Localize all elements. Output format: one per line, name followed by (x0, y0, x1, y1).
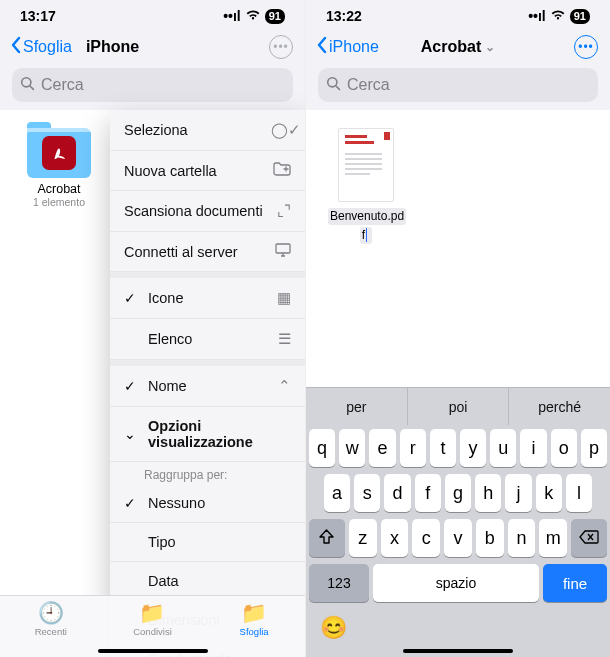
menu-opzioni-header[interactable]: ⌄Opzioni visualizzazione (110, 407, 305, 462)
key-j[interactable]: j (505, 474, 531, 512)
home-indicator[interactable] (98, 649, 208, 653)
menu-icone[interactable]: ✓Icone▦ (110, 278, 305, 319)
search-field[interactable]: Cerca (318, 68, 598, 102)
tab-recenti[interactable]: 🕘Recenti (11, 601, 91, 637)
more-button[interactable]: ••• (574, 35, 598, 59)
key-f[interactable]: f (415, 474, 441, 512)
key-d[interactable]: d (384, 474, 410, 512)
acrobat-icon (42, 136, 76, 170)
key-t[interactable]: t (430, 429, 456, 467)
menu-tipo[interactable]: Tipo (110, 523, 305, 562)
folder-icon: 📁 (214, 601, 294, 625)
menu-nuova-cartella[interactable]: Nuova cartella (110, 151, 305, 191)
folder-icon (27, 128, 91, 178)
key-c[interactable]: c (412, 519, 440, 557)
search-field[interactable]: Cerca (12, 68, 293, 102)
chevron-left-icon (316, 36, 327, 58)
check-icon: ✓ (124, 378, 140, 394)
key-a[interactable]: a (324, 474, 350, 512)
menu-scansiona[interactable]: Scansiona documenti⌞⌝ (110, 191, 305, 232)
tab-condivisi[interactable]: 📁Condivisi (112, 601, 192, 637)
prediction-bar: per poi perché (306, 387, 610, 425)
tab-bar: 🕘Recenti 📁Condivisi 📁Sfoglia (0, 595, 305, 657)
phone-right: 13:22 ••ıl 91 iPhone Acrobat⌄ ••• Cerca (305, 0, 610, 657)
nav-title[interactable]: Acrobat⌄ (421, 38, 495, 56)
key-k[interactable]: k (536, 474, 562, 512)
key-p[interactable]: p (581, 429, 607, 467)
new-folder-icon (271, 162, 291, 179)
key-return[interactable]: fine (543, 564, 607, 602)
svg-rect-1 (276, 244, 290, 253)
check-icon: ✓ (124, 290, 140, 306)
scan-icon: ⌞⌝ (271, 202, 291, 220)
key-r[interactable]: r (400, 429, 426, 467)
text-caret (366, 228, 370, 242)
more-button[interactable]: ••• (269, 35, 293, 59)
nav-bar: iPhone Acrobat⌄ ••• (306, 26, 610, 68)
key-q[interactable]: q (309, 429, 335, 467)
key-o[interactable]: o (551, 429, 577, 467)
tab-sfoglia[interactable]: 📁Sfoglia (214, 601, 294, 637)
search-icon (20, 76, 35, 95)
prediction-1[interactable]: per (306, 388, 408, 425)
list-icon: ☰ (271, 330, 291, 348)
status-indicators: ••ıl 91 (528, 8, 590, 24)
key-e[interactable]: e (369, 429, 395, 467)
file-name-editing-line2[interactable]: f (360, 227, 373, 244)
battery-icon: 91 (570, 9, 590, 24)
key-space[interactable]: spazio (373, 564, 539, 602)
grid-icon: ▦ (271, 289, 291, 307)
chevron-down-icon: ⌄ (485, 40, 495, 54)
keyboard: per poi perché q w e r t y u i o p a s d… (306, 387, 610, 657)
status-bar: 13:17 ••ıl 91 (0, 6, 305, 26)
key-w[interactable]: w (339, 429, 365, 467)
key-b[interactable]: b (476, 519, 504, 557)
status-indicators: ••ıl 91 (223, 8, 285, 24)
menu-nessuno[interactable]: ✓Nessuno (110, 484, 305, 523)
key-s[interactable]: s (354, 474, 380, 512)
key-u[interactable]: u (490, 429, 516, 467)
menu-elenco[interactable]: Elenco☰ (110, 319, 305, 360)
back-button[interactable]: iPhone (316, 36, 379, 58)
menu-seleziona[interactable]: Seleziona◯✓ (110, 110, 305, 151)
key-n[interactable]: n (508, 519, 536, 557)
folder-sub: 1 elemento (22, 196, 96, 208)
prediction-2[interactable]: poi (408, 388, 510, 425)
nav-title: iPhone (86, 38, 139, 56)
folder-name: Acrobat (22, 182, 96, 196)
home-indicator[interactable] (403, 649, 513, 653)
file-name-editing[interactable]: Benvenuto.pd (328, 208, 406, 225)
check-icon: ✓ (124, 495, 140, 511)
shared-folder-icon: 📁 (112, 601, 192, 625)
key-z[interactable]: z (349, 519, 377, 557)
search-placeholder: Cerca (41, 76, 84, 94)
key-l[interactable]: l (566, 474, 592, 512)
prediction-3[interactable]: perché (509, 388, 610, 425)
shift-icon (318, 529, 335, 548)
context-menu: Seleziona◯✓ Nuova cartella Scansiona doc… (110, 110, 305, 657)
backspace-icon (579, 530, 599, 547)
key-h[interactable]: h (475, 474, 501, 512)
back-button[interactable]: Sfoglia (10, 36, 72, 58)
key-123[interactable]: 123 (309, 564, 369, 602)
key-m[interactable]: m (539, 519, 567, 557)
pdf-thumbnail (338, 128, 394, 202)
key-y[interactable]: y (460, 429, 486, 467)
menu-nome[interactable]: ✓Nome⌃ (110, 366, 305, 407)
key-shift[interactable] (309, 519, 345, 557)
signal-icon: ••ıl (223, 8, 241, 24)
chevron-down-icon: ⌄ (124, 426, 140, 442)
key-g[interactable]: g (445, 474, 471, 512)
wifi-icon (245, 8, 261, 24)
menu-connetti[interactable]: Connetti al server (110, 232, 305, 272)
folder-acrobat[interactable]: Acrobat 1 elemento (22, 128, 96, 208)
key-x[interactable]: x (381, 519, 409, 557)
back-label: Sfoglia (23, 38, 72, 56)
content-area: Acrobat 1 elemento Seleziona◯✓ Nuova car… (0, 110, 305, 657)
key-backspace[interactable] (571, 519, 607, 557)
key-v[interactable]: v (444, 519, 472, 557)
file-benvenuto[interactable]: Benvenuto.pd f (328, 128, 404, 244)
emoji-key[interactable]: 😊 (320, 615, 347, 641)
key-i[interactable]: i (520, 429, 546, 467)
status-time: 13:22 (326, 8, 362, 24)
